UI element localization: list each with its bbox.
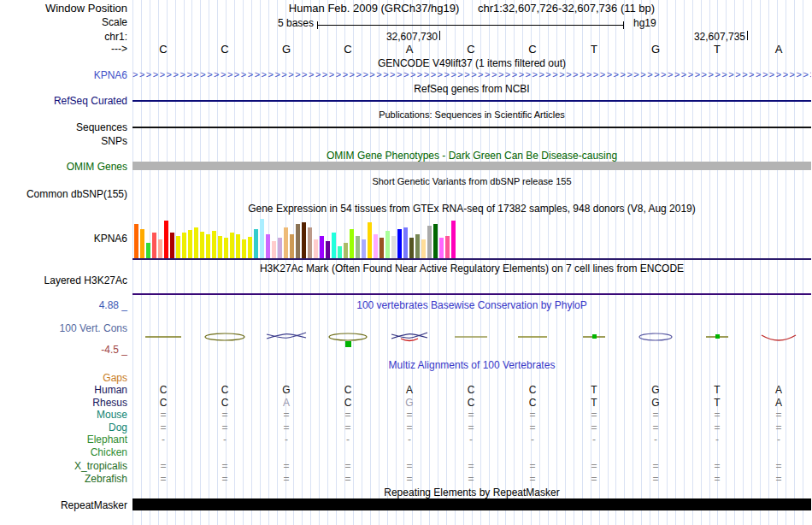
gtex-expression-bar — [409, 238, 414, 258]
gtex-expression-bar — [152, 233, 156, 258]
track-label-omim-genes[interactable]: OMIM Genes — [0, 161, 127, 173]
phylop-max-value: 4.88 _ — [0, 299, 127, 311]
alignment-cell: = — [317, 473, 379, 485]
alignment-cell: C — [502, 384, 563, 396]
gtex-expression-bar — [356, 236, 360, 258]
track-title-multiz[interactable]: Multiz Alignments of 100 Vertebrates — [132, 359, 811, 371]
track-label-snps[interactable]: SNPs — [0, 135, 127, 147]
ruler-tick-label: 32,607,730 — [335, 31, 438, 43]
track-label-layered-h3k27ac[interactable]: Layered H3K27Ac — [0, 274, 127, 286]
track-title-publications[interactable]: Publications: Sequences in Scientific Ar… — [132, 109, 811, 120]
omim-genes-bar[interactable] — [132, 162, 811, 170]
gtex-expression-bar — [374, 234, 378, 258]
kpna6-gene-model[interactable]: >>>>>>>>>>>>>>>>>>>>>>>>>>>>>>>>>>>>>>>>… — [132, 69, 811, 80]
gtex-expression-bar — [170, 233, 174, 258]
alignment-cell: = — [440, 460, 502, 472]
track-title-refseq[interactable]: RefSeq genes from NCBI — [132, 83, 811, 95]
refseq-gene-line[interactable] — [132, 100, 811, 102]
alignment-cell: = — [132, 422, 194, 434]
track-label-refseq-curated[interactable]: RefSeq Curated — [0, 95, 127, 107]
alignment-cell: - — [625, 434, 686, 445]
alignment-cell: C — [317, 384, 379, 396]
multiz-species-label-dog[interactable]: Dog — [0, 422, 127, 434]
gtex-expression-bar — [415, 234, 420, 258]
track-title-gencode[interactable]: GENCODE V49lift37 (1 items filtered out) — [132, 57, 811, 69]
alignment-cell: T — [563, 384, 625, 396]
gtex-expression-bar — [224, 238, 228, 258]
gtex-expression-bar — [236, 234, 240, 258]
alignment-cell: = — [194, 460, 256, 472]
alignment-cell: = — [502, 409, 563, 421]
alignment-cell: - — [686, 434, 748, 445]
gene-label-kpna6[interactable]: KPNA6 — [0, 69, 127, 81]
alignment-cell: C — [194, 397, 256, 409]
alignment-cell: C — [194, 384, 256, 396]
track-label-common-dbsnp[interactable]: Common dbSNP(155) — [0, 188, 127, 200]
multiz-species-label-elephant[interactable]: Elephant — [0, 434, 127, 445]
gtex-expression-bar — [266, 234, 270, 258]
track-title-repeatmasker[interactable]: Repeating Elements by RepeatMasker — [132, 487, 811, 498]
gtex-expression-bar — [140, 229, 144, 258]
alignment-cell: C — [440, 397, 502, 409]
gtex-expression-bar — [188, 230, 192, 258]
repeatmasker-bar[interactable] — [132, 498, 811, 510]
track-title-gtex[interactable]: Gene Expression in 54 tissues from GTEx … — [132, 203, 811, 215]
gtex-expression-bar — [439, 238, 444, 258]
scale-value: 5 bases — [132, 17, 314, 29]
alignment-cell: = — [379, 422, 440, 434]
gtex-baseline — [132, 258, 811, 260]
track-title-phylop[interactable]: 100 vertebrates Basewise Conservation by… — [132, 299, 811, 311]
ruler-tick-label: 32,607,735 — [643, 31, 745, 43]
track-title-omim[interactable]: OMIM Gene Phenotypes - Dark Green Can Be… — [132, 150, 811, 162]
track-label-repeatmasker[interactable]: RepeatMasker — [0, 499, 127, 511]
alignment-cell: = — [686, 460, 748, 472]
multiz-species-label-zebrafish[interactable]: Zebrafish — [0, 473, 127, 485]
gtex-expression-bar — [338, 246, 342, 258]
gtex-expression-bar — [218, 236, 222, 258]
alignment-cell: = — [502, 460, 563, 472]
gtex-expression-bar — [320, 236, 324, 258]
conservation-wiggle[interactable] — [132, 325, 811, 354]
alignment-cell: = — [194, 473, 256, 485]
track-label-sequences[interactable]: Sequences — [0, 121, 127, 133]
gtex-expression-bar — [302, 222, 306, 258]
track-label-gtex-kpna6[interactable]: KPNA6 — [0, 233, 127, 245]
multiz-species-label-human[interactable]: Human — [0, 384, 127, 396]
alignment-cell: = — [132, 409, 194, 421]
alignment-cell: = — [132, 460, 194, 472]
alignment-cell: C — [440, 384, 502, 396]
alignment-cell: = — [440, 473, 502, 485]
h3k27ac-signal-line[interactable] — [132, 293, 811, 295]
multiz-species-label-chicken[interactable]: Chicken — [0, 446, 127, 458]
sequence-base: A — [748, 43, 809, 56]
alignment-cell: = — [625, 409, 686, 421]
gtex-expression-bar — [176, 236, 180, 258]
alignment-cell: = — [686, 473, 748, 485]
phylop-min-value: -4.5 _ — [0, 344, 127, 356]
publications-item-line[interactable] — [132, 127, 811, 128]
scale-bar-tick-left — [317, 21, 318, 29]
alignment-cell: = — [194, 422, 256, 434]
alignment-cell: - — [132, 434, 194, 445]
alignment-cell: - — [748, 434, 809, 445]
scale-bar-tick-right — [623, 21, 624, 29]
alignment-cell: = — [256, 460, 317, 472]
track-label-100-vert-cons[interactable]: 100 Vert. Cons — [0, 322, 127, 334]
track-title-dbsnp[interactable]: Short Genetic Variants from dbSNP releas… — [132, 176, 811, 186]
gtex-expression-bar — [272, 241, 276, 258]
multiz-species-label-rhesus[interactable]: Rhesus — [0, 397, 127, 409]
sequence-base: C — [317, 43, 379, 56]
gtex-expression-bar — [248, 237, 252, 258]
multiz-species-label-mouse[interactable]: Mouse — [0, 409, 127, 421]
alignment-cell: = — [317, 422, 379, 434]
multiz-species-label-gaps[interactable]: Gaps — [0, 372, 127, 384]
alignment-cell: = — [379, 473, 440, 485]
gtex-expression-bar — [194, 227, 198, 258]
assembly-short-label: hg19 — [633, 17, 656, 29]
multiz-species-label-x-tropicalis[interactable]: X_tropicalis — [0, 460, 127, 472]
gtex-expression-bar — [182, 233, 186, 258]
gtex-expression-bar — [146, 243, 150, 258]
gtex-expression-bar — [332, 233, 336, 258]
alignment-cell: = — [194, 409, 256, 421]
track-title-h3k27ac[interactable]: H3K27Ac Mark (Often Found Near Active Re… — [132, 262, 811, 274]
